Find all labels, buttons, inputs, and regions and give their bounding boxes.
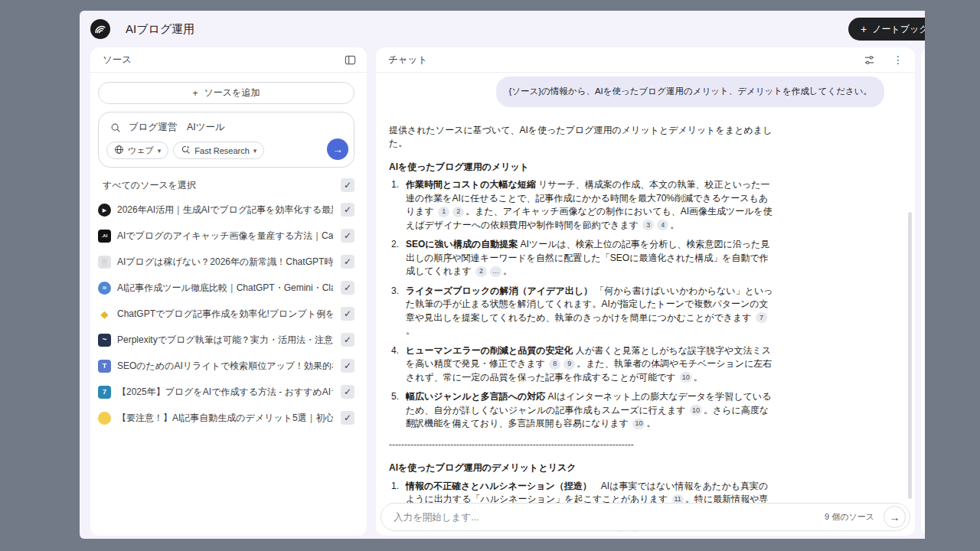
source-row[interactable]: ~ Perplexityでブログ執筆は可能？実力・活用法・注意点を徹底解... … <box>90 327 367 353</box>
globe-favicon: ≈ <box>98 282 111 295</box>
demerits-heading: AIを使ったブログ運用のデメリットとリスク <box>389 461 776 475</box>
add-source-button[interactable]: + ソースを追加 <box>98 82 354 104</box>
chat-panel-title: チャット <box>388 54 427 67</box>
sources-panel: ソース + ソースを追加 ブログ運営 AIツール <box>90 47 367 536</box>
merits-heading: AIを使ったブログ運用のメリット <box>389 161 776 174</box>
t-favicon: T <box>98 360 111 373</box>
send-button[interactable]: → <box>884 506 906 528</box>
check-icon: ✓ <box>344 256 351 267</box>
list-item: ヒューマンエラーの削減と品質の安定化 人が書くと見落としがちな誤字脱字や文法ミス… <box>389 344 776 385</box>
duck-favicon <box>98 412 111 425</box>
source-row[interactable]: 7 【2025年】ブログをAIで作成する方法 - おすすめAIライティン... … <box>90 379 367 405</box>
check-icon: ✓ <box>344 412 351 423</box>
plus-icon: + <box>861 23 867 35</box>
source-title: ChatGPTでブログ記事作成を効率化!プロンプト例を活用シーン... <box>117 308 333 321</box>
research-icon <box>181 145 191 156</box>
add-source-label: ソースを追加 <box>204 86 260 99</box>
more-options-icon[interactable]: ⋮ <box>892 54 904 66</box>
check-icon: ✓ <box>344 204 351 215</box>
source-checkbox[interactable]: ✓ <box>341 385 354 399</box>
source-row[interactable]: ▒ AIブログは稼げない？2026年の新常識！ChatGPT時代の「新し... … <box>90 249 367 275</box>
web-source-chip[interactable]: ウェブ ▾ <box>106 142 168 159</box>
dots-glyph: ⋮ <box>893 54 903 66</box>
studio-panel-sliver <box>921 47 925 536</box>
list-item: 作業時間とコストの大幅な短縮 リサーチ、構成案の作成、本文の執筆、校正といった一… <box>389 178 776 232</box>
merits-list: 作業時間とコストの大幅な短縮 リサーチ、構成案の作成、本文の執筆、校正といった一… <box>389 178 776 431</box>
list-item-lead: ヒューマンエラーの削減と品質の安定化 <box>406 345 573 356</box>
chat-settings-icon[interactable] <box>863 54 875 66</box>
chat-scrollbar[interactable] <box>908 212 912 499</box>
select-all-row[interactable]: すべてのソースを選択 ✓ <box>103 178 354 192</box>
chat-scroll-area: {ソース}の情報から、AIを使ったブログ運用のメリット、デメリットを作成してくだ… <box>389 77 884 536</box>
source-row[interactable]: ▶ 2026年AI活用｜生成AIでブログ記事を効率化する最新ツール比... ✓ <box>90 197 367 223</box>
citation-chip[interactable]: 4 <box>657 220 668 230</box>
citation-chip[interactable]: 7 <box>756 312 767 323</box>
search-icon <box>109 122 122 134</box>
check-icon: ✓ <box>344 282 351 293</box>
research-chip-label: Fast Research <box>194 146 250 155</box>
chevron-down-icon: ▾ <box>253 147 257 155</box>
source-checkbox[interactable]: ✓ <box>341 333 354 347</box>
source-checkbox[interactable]: ✓ <box>341 203 354 217</box>
assistant-intro: 提供されたソースに基づいて、AIを使ったブログ運用のメリットとデメリットをまとめ… <box>389 124 776 151</box>
source-checkbox[interactable]: ✓ <box>341 359 354 373</box>
list-item-lead: 幅広いジャンルと多言語への対応 <box>406 391 545 402</box>
create-notebook-label: ノートブックを作成 <box>872 23 925 36</box>
list-item: 幅広いジャンルと多言語への対応 AIはインターネット上の膨大なデータを学習してい… <box>389 390 776 431</box>
citation-chip[interactable]: 1 <box>438 207 449 217</box>
arrow-right-icon: → <box>890 511 900 523</box>
source-checkbox[interactable]: ✓ <box>341 307 354 321</box>
check-icon: ✓ <box>344 180 351 191</box>
dot-ai-favicon: .AI <box>98 230 111 243</box>
source-row[interactable]: T SEOのためのAIリライトで検索順位アップ！効果的な方法とは... ✓ <box>90 353 367 379</box>
source-row[interactable]: ◆ ChatGPTでブログ記事作成を効率化!プロンプト例を活用シーン... ✓ <box>90 301 367 327</box>
search-submit-button[interactable]: → <box>327 139 348 160</box>
citation-chip[interactable]: … <box>490 266 501 277</box>
citation-chip[interactable]: 3 <box>642 220 654 230</box>
citation-chip[interactable]: 2 <box>475 266 487 277</box>
collapse-panel-icon[interactable] <box>344 54 356 66</box>
chat-panel: チャット ⋮ {ソース}の情報から、AIを使ったブログ運用のメリット、デメリット… <box>376 47 915 536</box>
globe-icon <box>114 145 124 156</box>
citation-chip[interactable]: 2 <box>452 207 464 217</box>
select-all-checkbox[interactable]: ✓ <box>341 178 354 192</box>
wave-favicon: ~ <box>98 334 111 347</box>
chat-input[interactable] <box>394 512 825 523</box>
play-circle-favicon: ▶ <box>98 204 111 217</box>
source-title: 【2025年】ブログをAIで作成する方法 - おすすめAIライティン... <box>117 386 333 399</box>
create-notebook-button[interactable]: + ノートブックを作成 <box>848 18 925 41</box>
fast-research-chip[interactable]: Fast Research ▾ <box>173 142 264 159</box>
source-title: 2026年AI活用｜生成AIでブログ記事を効率化する最新ツール比... <box>117 204 333 217</box>
citation-chip[interactable]: 9 <box>564 359 575 370</box>
source-checkbox[interactable]: ✓ <box>341 229 354 243</box>
source-row[interactable]: ≈ AI記事作成ツール徹底比較｜ChatGPT・Gemini・Claude、SE… <box>90 275 367 301</box>
check-icon: ✓ <box>344 360 351 371</box>
arrow-right-icon: → <box>332 143 343 155</box>
sources-panel-header: ソース <box>90 47 367 73</box>
citation-chip[interactable]: 10 <box>690 405 702 416</box>
web-chip-label: ウェブ <box>128 145 154 156</box>
citation-chip[interactable]: 10 <box>632 419 645 429</box>
plus-icon: + <box>193 88 198 99</box>
source-list: ▶ 2026年AI活用｜生成AIでブログ記事を効率化する最新ツール比... ✓ … <box>90 197 367 431</box>
notebooklm-window: AIブログ運用 + ノートブックを作成 ソース + ソースを追加 <box>80 11 925 539</box>
app-header: AIブログ運用 + ノートブックを作成 <box>80 11 925 47</box>
source-title: AIでブログのアイキャッチ画像を量産する方法｜Canva, SeaArt, ..… <box>117 230 333 243</box>
search-query-input[interactable]: ブログ運営 AIツール <box>129 121 225 134</box>
image-favicon: ▒ <box>98 256 111 269</box>
source-title: 【要注意！】AI記事自動生成のデメリット5選｜初心者必見のリ... <box>117 412 333 425</box>
source-count-label: 9 個のソース <box>825 511 874 523</box>
source-row[interactable]: .AI AIでブログのアイキャッチ画像を量産する方法｜Canva, SeaArt… <box>90 223 367 249</box>
section-divider: ----------------------------------------… <box>389 439 776 452</box>
source-checkbox[interactable]: ✓ <box>341 281 354 295</box>
citation-chip[interactable]: 8 <box>549 359 560 370</box>
source-checkbox[interactable]: ✓ <box>341 255 354 269</box>
chat-input-bar: 9 個のソース → <box>381 503 910 531</box>
citation-chip[interactable]: 10 <box>680 372 692 383</box>
source-row[interactable]: 【要注意！】AI記事自動生成のデメリット5選｜初心者必見のリ... ✓ <box>90 405 367 431</box>
list-item-lead: 情報の不正確さとハルシネーション（捏造） <box>406 481 592 491</box>
sources-panel-title: ソース <box>103 54 132 67</box>
list-item-lead: ライターズブロックの解消（アイデア出し） <box>406 285 593 296</box>
check-icon: ✓ <box>344 386 351 397</box>
source-checkbox[interactable]: ✓ <box>341 411 354 425</box>
